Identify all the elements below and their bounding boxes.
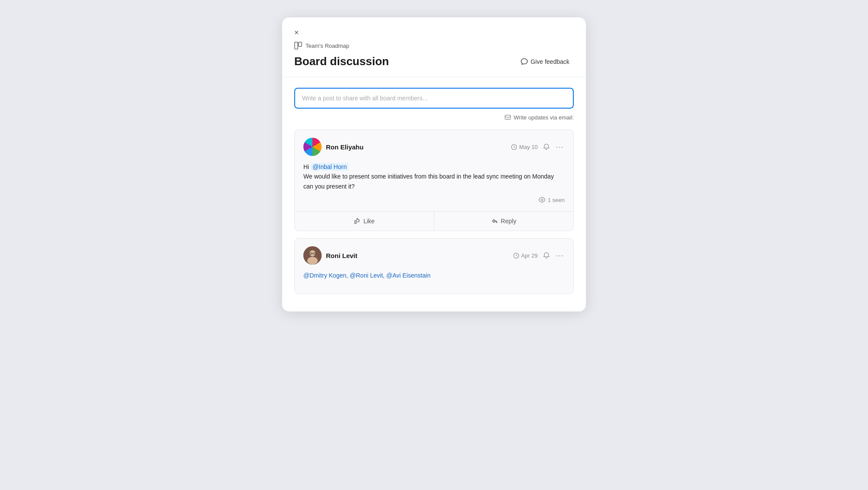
thumbs-up-icon — [354, 218, 361, 225]
post-intro: Hi — [303, 163, 311, 170]
notification-bell-button-2[interactable] — [542, 251, 551, 260]
email-icon — [504, 114, 511, 121]
svg-rect-0 — [295, 42, 298, 49]
ellipsis-icon-2: ··· — [556, 251, 564, 260]
board-discussion-modal: × Team's Roadmap Board discussion Give f… — [282, 17, 586, 311]
svg-point-4 — [541, 199, 543, 201]
email-update-label: Write updates via email: — [514, 114, 574, 121]
reply-icon — [491, 218, 498, 225]
clock-icon-2 — [513, 252, 519, 259]
avatar-2 — [303, 246, 322, 265]
mentions-text: @Dmitry Kogen, @Roni Levit, @Avi Eisenst… — [303, 272, 431, 279]
post-date: May 10 — [511, 144, 538, 150]
seen-count: 1 seen — [548, 197, 565, 203]
clock-icon — [511, 144, 517, 150]
reply-button[interactable]: Reply — [434, 212, 574, 231]
modal-body: Write updates via email: Ron Eliyahu — [282, 77, 586, 311]
more-options-button[interactable]: ··· — [555, 142, 565, 152]
feedback-icon — [520, 58, 528, 66]
eye-icon — [539, 196, 546, 203]
post-meta: May 10 ··· — [511, 142, 565, 152]
like-button[interactable]: Like — [295, 212, 434, 231]
post-header: Ron Eliyahu May 10 — [303, 138, 565, 156]
like-label: Like — [363, 218, 375, 225]
give-feedback-button[interactable]: Give feedback — [516, 55, 574, 68]
title-row: Board discussion Give feedback — [294, 55, 574, 68]
seen-row: 1 seen — [303, 196, 565, 203]
post-author-2: Roni Levit — [303, 246, 358, 265]
post-card: Ron Eliyahu May 10 — [294, 129, 574, 231]
post-card-actions: Like Reply — [295, 211, 573, 231]
post-header-2: Roni Levit Apr 29 — [303, 246, 565, 265]
author-name: Ron Eliyahu — [326, 143, 364, 151]
svg-point-7 — [307, 257, 318, 265]
bell-icon-2 — [543, 252, 550, 259]
close-row: × — [294, 28, 574, 37]
breadcrumb: Team's Roadmap — [294, 42, 574, 50]
reply-label: Reply — [501, 218, 516, 225]
notification-bell-button[interactable] — [542, 142, 551, 151]
email-update-row: Write updates via email: — [294, 114, 574, 121]
bell-icon — [543, 143, 550, 150]
post-input[interactable] — [294, 88, 574, 109]
close-button[interactable]: × — [294, 28, 302, 37]
post-meta-2: Apr 29 ··· — [513, 250, 565, 261]
mention-tag: @Inbal Horn — [311, 163, 349, 171]
post-content-2: @Dmitry Kogen, @Roni Levit, @Avi Eisenst… — [303, 271, 565, 280]
breadcrumb-text: Team's Roadmap — [306, 43, 349, 49]
post-card-body-2: Roni Levit Apr 29 — [295, 238, 573, 293]
more-options-button-2[interactable]: ··· — [555, 250, 565, 261]
post-date-2: Apr 29 — [513, 252, 538, 259]
date-text-2: Apr 29 — [521, 252, 538, 259]
ellipsis-icon: ··· — [556, 142, 564, 152]
post-card-body: Ron Eliyahu May 10 — [295, 130, 573, 211]
give-feedback-label: Give feedback — [531, 58, 570, 65]
post-input-container — [294, 88, 574, 109]
post-content: Hi @Inbal Horn We would like to present … — [303, 162, 565, 191]
date-text: May 10 — [519, 144, 538, 150]
page-title: Board discussion — [294, 55, 389, 68]
post-author: Ron Eliyahu — [303, 138, 364, 156]
svg-rect-2 — [505, 115, 510, 119]
avatar — [303, 138, 322, 156]
modal-header: × Team's Roadmap Board discussion Give f… — [282, 17, 586, 77]
post-card-2: Roni Levit Apr 29 — [294, 238, 574, 294]
svg-rect-1 — [299, 42, 302, 46]
author-name-2: Roni Levit — [326, 252, 358, 259]
roni-avatar-icon — [303, 246, 322, 265]
board-icon — [294, 42, 302, 50]
